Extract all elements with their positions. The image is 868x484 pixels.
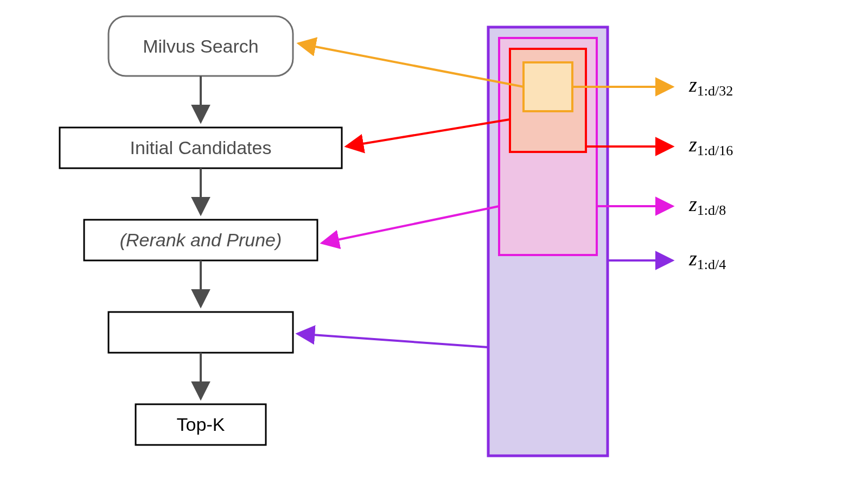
flow-node-initial-candidates-label: Initial Candidates <box>130 137 272 158</box>
embedding-label-d8: z1:d/8 <box>688 193 726 218</box>
flow-node-milvus-search-label: Milvus Search <box>143 36 259 56</box>
connector-d4-to-empty <box>297 334 488 347</box>
connector-d16-to-candidates <box>346 119 510 147</box>
flow-node-milvus-search: Milvus Search <box>108 16 293 76</box>
connector-d8-to-rerank <box>322 206 499 243</box>
svg-rect-3 <box>108 312 293 353</box>
flow-node-topk: Top-K <box>136 404 266 445</box>
flow-node-initial-candidates: Initial Candidates <box>60 128 342 168</box>
flow-node-empty <box>108 312 293 353</box>
flow-node-topk-label: Top-K <box>177 414 225 435</box>
embedding-label-d4: z1:d/4 <box>688 247 726 272</box>
diagram-canvas: Milvus Search Initial Candidates (Rerank… <box>0 0 868 484</box>
embedding-label-d32: z1:d/32 <box>688 73 733 99</box>
embedding-label-d16: z1:d/16 <box>688 133 733 158</box>
flow-node-rerank-prune: (Rerank and Prune) <box>84 220 317 260</box>
flow-node-rerank-prune-label: (Rerank and Prune) <box>120 230 282 250</box>
embedding-box-d32 <box>524 62 572 111</box>
